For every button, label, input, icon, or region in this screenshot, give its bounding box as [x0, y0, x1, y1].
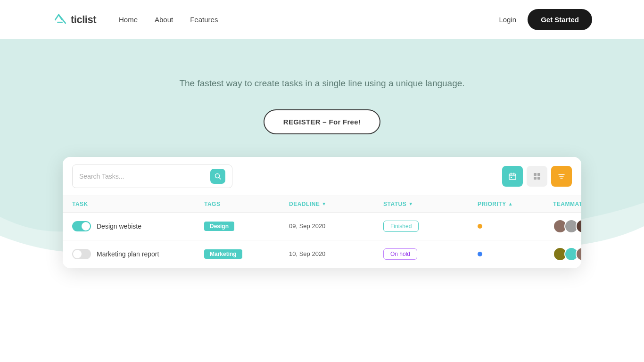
- status-badge-1: Finished: [383, 221, 419, 232]
- teammates-cell-2: [553, 247, 581, 261]
- task-toggle-1[interactable]: [72, 221, 91, 231]
- tag-badge-1: Design: [204, 222, 234, 231]
- th-teammates: TEAMMATES: [553, 201, 581, 207]
- preview-toolbar-icons: [502, 166, 572, 187]
- task-toggle-2[interactable]: [72, 249, 91, 259]
- register-button[interactable]: REGISTER – For Free!: [264, 109, 380, 134]
- table-header: TASK TAGS DEADLINE ▼ STATUS ▼ PRIORITY ▲: [63, 196, 581, 213]
- teammates-cell-1: +1: [553, 219, 581, 233]
- hero-content: The fastest way to create tasks in a sin…: [0, 39, 644, 291]
- status-sort-arrow: ▼: [408, 201, 413, 206]
- th-deadline[interactable]: DEADLINE ▼: [289, 201, 383, 207]
- hero-section: The fastest way to create tasks in a sin…: [0, 39, 644, 291]
- search-placeholder-text: Search Tasks...: [79, 173, 206, 180]
- nav-features[interactable]: Features: [190, 16, 218, 24]
- deadline-cell-2: 10, Sep 2020: [289, 250, 383, 257]
- get-started-button[interactable]: Get Started: [528, 9, 592, 30]
- th-task: TASK: [72, 201, 204, 207]
- navbar: ticlist Home About Features Login Get St…: [0, 0, 644, 39]
- search-icon-button[interactable]: [210, 169, 225, 184]
- hero-subtitle: The fastest way to create tasks in a sin…: [179, 77, 464, 90]
- table-row: Marketing plan report Marketing 10, Sep …: [63, 240, 581, 268]
- status-badge-2: On hold: [383, 248, 417, 260]
- logo[interactable]: ticlist: [52, 11, 96, 28]
- status-cell-2: On hold: [383, 248, 478, 260]
- logo-text: ticlist: [71, 14, 96, 26]
- tags-cell-1: Design: [204, 222, 289, 231]
- task-name-1: Design webiste: [97, 222, 141, 230]
- nav-home[interactable]: Home: [119, 16, 138, 24]
- preview-search-row: Search Tasks...: [63, 157, 581, 196]
- priority-cell-1: [478, 224, 553, 229]
- svg-line-1: [219, 177, 221, 179]
- tags-cell-2: Marketing: [204, 249, 289, 259]
- svg-rect-10: [537, 177, 540, 180]
- svg-rect-6: [511, 177, 512, 178]
- login-link[interactable]: Login: [499, 16, 516, 24]
- nav-links: Home About Features: [119, 16, 218, 24]
- priority-cell-2: [478, 252, 553, 256]
- svg-rect-9: [534, 177, 537, 180]
- deadline-sort-arrow: ▼: [322, 201, 326, 206]
- status-cell-1: Finished: [383, 221, 478, 232]
- filter-icon-button[interactable]: [551, 166, 572, 187]
- task-name-2: Marketing plan report: [97, 250, 159, 258]
- app-preview: Search Tasks...: [63, 157, 581, 268]
- toggle-knob-1: [82, 222, 90, 230]
- svg-rect-8: [537, 173, 540, 176]
- task-cell-1: Design webiste: [72, 221, 204, 231]
- nav-right: Login Get Started: [499, 9, 592, 30]
- calendar-icon-button[interactable]: [502, 166, 523, 187]
- svg-rect-7: [534, 173, 537, 176]
- priority-dot-1: [478, 224, 482, 229]
- th-tags: TAGS: [204, 201, 289, 207]
- search-box: Search Tasks...: [72, 165, 232, 188]
- th-priority[interactable]: PRIORITY ▲: [478, 201, 553, 207]
- svg-rect-2: [509, 174, 516, 180]
- tag-badge-2: Marketing: [204, 249, 242, 259]
- nav-about[interactable]: About: [155, 16, 173, 24]
- priority-sort-arrow: ▲: [508, 201, 513, 206]
- grid-icon-button[interactable]: [527, 166, 547, 187]
- table-row: Design webiste Design 09, Sep 2020 Finis…: [63, 213, 581, 240]
- deadline-cell-1: 09, Sep 2020: [289, 222, 383, 230]
- task-cell-2: Marketing plan report: [72, 249, 204, 259]
- th-status[interactable]: STATUS ▼: [383, 201, 478, 207]
- priority-dot-2: [478, 252, 482, 256]
- toggle-knob-2: [73, 250, 82, 258]
